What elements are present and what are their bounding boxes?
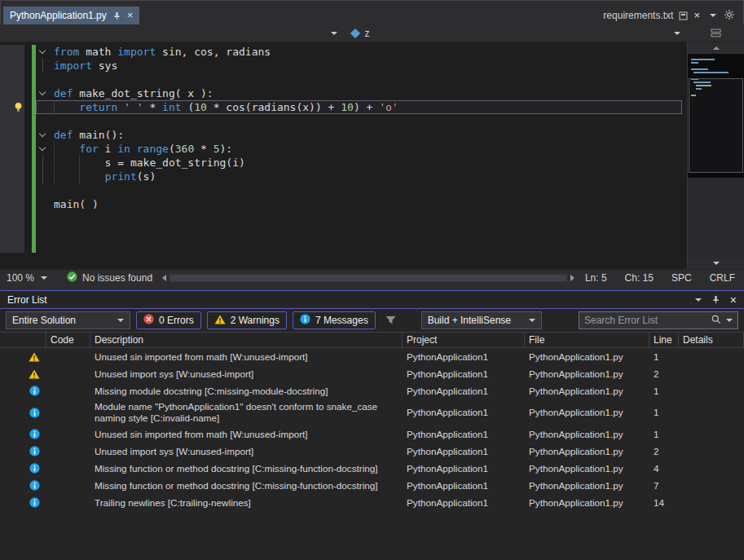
error-row[interactable]: Unused import sys [W:unused-import]Pytho… <box>0 443 744 460</box>
code-line-15[interactable] <box>0 239 687 253</box>
code-line-2[interactable]: import sys <box>0 59 687 73</box>
error-row[interactable]: Missing module docstring [C:missing-modu… <box>0 382 744 399</box>
col-severity[interactable] <box>0 333 46 347</box>
navbar-project-dropdown[interactable] <box>0 24 344 42</box>
code-text[interactable]: import sys <box>49 59 682 73</box>
cell-description: Unused sin imported from math [W:unused-… <box>90 427 403 442</box>
fold-collapse-icon[interactable] <box>36 45 49 59</box>
cell-details <box>679 355 744 359</box>
code-text[interactable] <box>49 211 682 225</box>
code-text[interactable]: from math import sin, cos, radians <box>49 45 682 59</box>
code-text[interactable]: for i in range(360 * 5): <box>49 142 682 156</box>
code-line-5[interactable]: return ' ' * int (10 * cos(radians(x)) +… <box>0 100 687 114</box>
pin-icon[interactable] <box>112 11 121 20</box>
error-row[interactable]: Missing function or method docstring [C:… <box>0 460 744 477</box>
col-details[interactable]: Details <box>679 333 744 347</box>
hscroll-thumb[interactable] <box>170 275 566 281</box>
error-list-title-bar[interactable]: Error List × <box>0 291 744 309</box>
hscroll-track[interactable] <box>169 274 568 282</box>
health-indicator[interactable]: No issues found <box>59 271 161 284</box>
code-line-9[interactable]: s = make_dot_string(i) <box>0 156 687 170</box>
scroll-down-icon[interactable] <box>713 262 720 265</box>
code-text[interactable]: def make_dot_string( x ): <box>49 86 682 100</box>
messages-filter-button[interactable]: 7 Messages <box>293 311 376 329</box>
minimap[interactable] <box>688 54 744 258</box>
zoom-dropdown[interactable]: 100 % <box>0 270 59 285</box>
search-error-list-box[interactable] <box>579 311 738 329</box>
glyph-margin <box>0 197 24 211</box>
error-row[interactable]: Missing function or method docstring [C:… <box>0 477 744 494</box>
error-row[interactable]: Trailing newlines [C:trailing-newlines]P… <box>0 494 744 511</box>
code-text[interactable]: return ' ' * int (10 * cos(radians(x)) +… <box>49 100 682 114</box>
col-file[interactable]: File <box>525 333 649 347</box>
build-intellisense-dropdown[interactable]: Build + IntelliSense <box>421 311 542 329</box>
col-line[interactable]: Line <box>649 333 679 347</box>
scroll-up-icon[interactable] <box>713 46 720 50</box>
code-line-1[interactable]: from math import sin, cos, radians <box>0 45 687 59</box>
warnings-filter-button[interactable]: 2 Warnings <box>207 311 287 329</box>
close-icon[interactable]: × <box>127 11 134 20</box>
scope-dropdown[interactable]: Entire Solution <box>6 311 130 329</box>
code-line-14[interactable] <box>0 225 687 239</box>
scroll-right-icon[interactable] <box>570 275 575 281</box>
error-row[interactable]: Unused import sys [W:unused-import]Pytho… <box>0 365 744 382</box>
code-line-13[interactable] <box>0 211 687 225</box>
tab-list-chevron-icon[interactable] <box>710 14 716 17</box>
fold-collapse-icon[interactable] <box>36 142 49 156</box>
code-editor[interactable]: from math import sin, cos, radiansimport… <box>0 42 687 269</box>
navbar-member-dropdown[interactable]: z <box>344 24 688 42</box>
lightbulb-icon[interactable] <box>0 100 24 114</box>
error-row[interactable]: Unused sin imported from math [W:unused-… <box>0 348 744 365</box>
search-icon[interactable] <box>711 313 721 328</box>
chevron-down-icon[interactable] <box>726 319 733 322</box>
code-text[interactable]: s = make_dot_string(i) <box>49 156 682 170</box>
split-editor-icon[interactable] <box>711 26 721 41</box>
fold-collapse-icon[interactable] <box>36 128 49 142</box>
code-text[interactable]: print(s) <box>49 170 682 183</box>
code-line-11[interactable] <box>0 183 687 197</box>
code-line-10[interactable]: print(s) <box>0 170 687 183</box>
close-icon[interactable]: × <box>730 295 737 305</box>
error-row[interactable]: Unused sin imported from math [W:unused-… <box>0 426 744 443</box>
code-line-7[interactable]: def main(): <box>0 128 687 142</box>
editor-scrollbar[interactable] <box>687 42 744 269</box>
warning-triangle-icon <box>214 315 226 327</box>
info-icon <box>0 496 46 509</box>
fold-collapse-icon[interactable] <box>36 86 49 100</box>
settings-gear-icon[interactable] <box>724 8 734 23</box>
scroll-left-icon[interactable] <box>162 275 166 281</box>
close-icon[interactable]: × <box>693 11 700 20</box>
cell-code <box>46 390 90 393</box>
col-description[interactable]: Description <box>90 333 403 347</box>
code-text[interactable] <box>49 73 682 86</box>
keep-open-icon[interactable] <box>679 11 688 20</box>
tab-requirements[interactable]: requirements.txt × <box>597 7 707 24</box>
col-code[interactable]: Code <box>46 333 90 347</box>
gutter-gap <box>24 211 32 225</box>
code-text[interactable] <box>49 183 682 197</box>
chevron-down-icon <box>529 319 535 322</box>
col-project[interactable]: Project <box>403 333 525 347</box>
minimap-viewport[interactable] <box>689 78 743 173</box>
code-text[interactable]: def main(): <box>49 128 682 142</box>
code-line-12[interactable]: main( ) <box>0 197 687 211</box>
error-row[interactable]: Module name "PythonApplication1" doesn't… <box>0 399 744 426</box>
code-line-6[interactable] <box>0 114 687 128</box>
code-text[interactable]: main( ) <box>49 197 682 211</box>
code-line-3[interactable] <box>0 73 687 86</box>
pin-icon[interactable] <box>711 293 720 307</box>
code-text[interactable] <box>49 114 682 128</box>
cell-project: PythonApplication1 <box>403 444 525 459</box>
window-menu-chevron-icon[interactable] <box>695 298 702 302</box>
search-input[interactable] <box>584 315 707 326</box>
errors-filter-button[interactable]: 0 Errors <box>136 311 201 329</box>
horizontal-scrollbar[interactable] <box>161 274 576 282</box>
cell-code <box>46 411 90 414</box>
code-line-4[interactable]: def make_dot_string( x ): <box>0 86 687 100</box>
tab-pythonapplication1[interactable]: PythonApplication1.py × <box>3 7 139 24</box>
cell-code <box>46 501 90 505</box>
code-line-8[interactable]: for i in range(360 * 5): <box>0 142 687 156</box>
code-text[interactable] <box>49 225 682 239</box>
filter-icon[interactable] <box>381 311 401 329</box>
code-text[interactable] <box>49 239 682 253</box>
